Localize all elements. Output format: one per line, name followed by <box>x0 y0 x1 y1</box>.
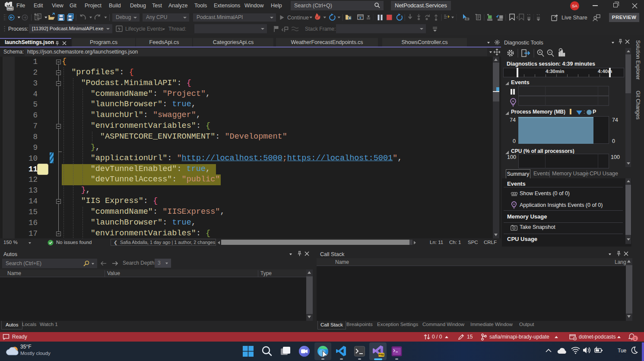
svg-text:PRE: PRE <box>7 7 13 10</box>
